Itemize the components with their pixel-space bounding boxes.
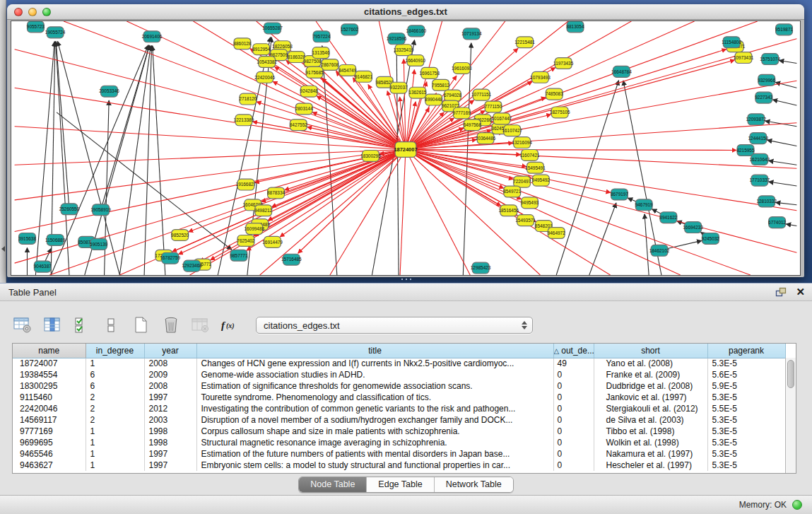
window-title: citations_edges.txt bbox=[7, 6, 804, 17]
tab-node-table[interactable]: Node Table bbox=[299, 477, 367, 492]
network-node-label: 8860128 bbox=[233, 41, 251, 46]
network-node-label: 18226058 bbox=[272, 44, 293, 49]
column-header-in_degree[interactable]: in_degree bbox=[86, 344, 144, 358]
column-header-short[interactable]: short bbox=[594, 344, 707, 358]
vertical-scrollbar[interactable] bbox=[785, 358, 796, 473]
column-header-name[interactable]: name bbox=[13, 344, 86, 358]
network-node-label: 13216094 bbox=[512, 140, 532, 145]
network-node-label: 9242848 bbox=[300, 88, 318, 93]
table-selector-dropdown[interactable]: citations_edges.txt bbox=[256, 317, 533, 334]
dropdown-arrows-icon bbox=[519, 321, 532, 329]
network-node-label: 11154808 bbox=[722, 40, 741, 45]
table-cell: Franke et al. (2009) bbox=[594, 369, 707, 380]
zoom-window-button[interactable] bbox=[42, 8, 51, 16]
column-header-title[interactable]: title bbox=[196, 344, 553, 358]
table-cell: 2009 bbox=[144, 369, 196, 380]
network-node-label: 16914479 bbox=[262, 240, 283, 245]
table-cell: 9777169 bbox=[13, 426, 86, 437]
network-node-label: 9146821 bbox=[355, 74, 372, 79]
network-node-label: 18466160 bbox=[406, 28, 427, 33]
close-panel-icon[interactable]: ✕ bbox=[796, 287, 805, 297]
table-row[interactable]: 969969511998Structural magnetic resonanc… bbox=[13, 437, 785, 448]
network-node-label: 10973431 bbox=[734, 55, 754, 60]
table-row[interactable]: 1872400712008Changes of HCN gene express… bbox=[13, 358, 785, 369]
network-canvas[interactable]: 8860128891295418226058982750910543382818… bbox=[11, 21, 801, 276]
table-row[interactable]: 946362711997Embryonic stem cells: a mode… bbox=[13, 460, 785, 471]
network-node-label: 9495493 bbox=[521, 200, 539, 205]
table-cell: 0 bbox=[553, 369, 594, 380]
table-cell: de Silva et al. (2003) bbox=[594, 414, 707, 426]
network-node-label: 10793493 bbox=[530, 75, 551, 80]
network-node-label: 10167447 bbox=[492, 116, 512, 121]
column-header-year[interactable]: year bbox=[144, 344, 196, 358]
table-cell: 1997 bbox=[144, 460, 196, 471]
table-mode-icon[interactable] bbox=[13, 316, 33, 334]
network-node-label: 8215955 bbox=[736, 148, 754, 153]
delete-column-icon[interactable] bbox=[161, 316, 181, 334]
new-column-icon[interactable] bbox=[131, 316, 151, 334]
network-node-label: 9464972 bbox=[548, 230, 565, 235]
float-panel-icon[interactable] bbox=[775, 287, 787, 298]
table-cell: 2008 bbox=[144, 358, 196, 369]
collapse-arrow-icon[interactable] bbox=[1, 246, 5, 252]
network-node-label: 19166827 bbox=[236, 182, 257, 187]
network-node-label: 19058919 bbox=[90, 207, 111, 212]
network-node-label: 9245032 bbox=[702, 236, 719, 241]
minimize-window-button[interactable] bbox=[28, 8, 37, 16]
network-node-label: 8549721 bbox=[503, 189, 521, 194]
network-window: citations_edges.txt 88601288912954182260… bbox=[7, 4, 804, 277]
show-columns-icon[interactable] bbox=[42, 316, 62, 334]
table-cell: Estimation of significance thresholds fo… bbox=[196, 380, 553, 392]
table-cell: 0 bbox=[553, 460, 594, 471]
svg-text:(x): (x) bbox=[226, 322, 235, 330]
network-node-label: 6774012 bbox=[768, 220, 786, 225]
network-node-label: 11506889 bbox=[45, 238, 66, 243]
network-canvas-svg[interactable]: 8860128891295418226058982750910543382818… bbox=[11, 21, 800, 275]
table-cell: Genome-wide association studies in ADHD. bbox=[196, 369, 553, 380]
network-node-label: 18275105 bbox=[550, 110, 570, 115]
table-row[interactable]: 946554611997Estimation of the future num… bbox=[13, 448, 785, 460]
panel-splitter-handle[interactable] bbox=[400, 278, 413, 281]
table-cell: Disruption of a novel member of a sodium… bbox=[196, 414, 553, 426]
network-node-label: 17710337 bbox=[749, 177, 770, 182]
table-cell: 1 bbox=[86, 460, 144, 471]
table-cell: 0 bbox=[553, 448, 594, 460]
network-node-label: 15493571 bbox=[515, 218, 536, 223]
delete-table-icon[interactable] bbox=[191, 316, 211, 334]
network-window-titlebar[interactable]: citations_edges.txt bbox=[7, 4, 804, 20]
scrollbar-thumb[interactable] bbox=[787, 360, 794, 388]
table-cell: Dudbridge et al. (2008) bbox=[594, 380, 707, 392]
network-node-label: 12923468 bbox=[182, 263, 202, 268]
row-height-icon[interactable] bbox=[102, 316, 122, 334]
function-builder-icon[interactable]: f (x) bbox=[220, 316, 240, 334]
left-collapsed-panel[interactable] bbox=[0, 0, 6, 283]
column-header-out_de[interactable]: △out_de... bbox=[553, 344, 594, 358]
network-node-label: 13325419 bbox=[394, 47, 414, 52]
table-row[interactable]: 1938455462009Genome-wide association stu… bbox=[13, 369, 785, 380]
close-window-button[interactable] bbox=[14, 8, 23, 16]
table-cell: 0 bbox=[553, 392, 594, 403]
table-cell: Tibbo et al. (1998) bbox=[594, 426, 707, 437]
table-row[interactable]: 977716911998Corpus callosum shape and si… bbox=[13, 426, 785, 437]
table-row[interactable]: 2242004622012Investigating the contribut… bbox=[13, 403, 785, 414]
network-node-label: 5905139 bbox=[90, 242, 107, 247]
tab-network-table[interactable]: Network Table bbox=[435, 477, 513, 492]
column-header-pagerank[interactable]: pagerank bbox=[707, 344, 785, 358]
table-cell: 1 bbox=[86, 358, 144, 369]
select-columns-icon[interactable] bbox=[72, 316, 92, 334]
network-node-label: 6497568 bbox=[464, 122, 481, 127]
network-node-label: 12213389 bbox=[234, 117, 254, 122]
table-row[interactable]: 1830029562008Estimation of significance … bbox=[13, 380, 785, 392]
table-row[interactable]: 1456911722003Disruption of a novel membe… bbox=[13, 414, 785, 426]
network-node-label: 12444158 bbox=[748, 136, 769, 141]
table-row[interactable]: 911546021997Tourette syndrome. Phenomeno… bbox=[13, 392, 785, 403]
network-node-label: 18462102 bbox=[649, 248, 670, 253]
network-node-label: 10771151 bbox=[471, 92, 492, 97]
table-cell: 9115460 bbox=[13, 392, 86, 403]
table-cell: 2008 bbox=[144, 380, 196, 392]
network-node-label: 16961758 bbox=[419, 71, 440, 76]
tab-edge-table[interactable]: Edge Table bbox=[367, 477, 434, 492]
table-cell: 0 bbox=[553, 426, 594, 437]
network-node-label: 8990448 bbox=[425, 97, 442, 102]
table-cell: 0 bbox=[553, 437, 594, 448]
